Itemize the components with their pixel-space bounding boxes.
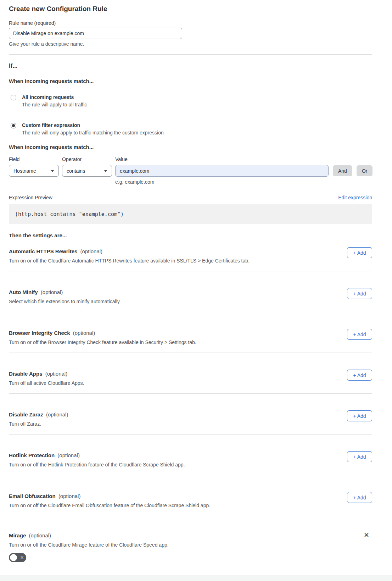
field-select[interactable]: Hostname [9, 165, 59, 177]
add-setting-button[interactable]: + Add [347, 370, 372, 381]
add-setting-button[interactable]: + Add [347, 410, 372, 421]
setting-section-auto-minify: Auto Minify (optional) Select which file… [9, 271, 372, 312]
add-setting-button[interactable]: + Add [347, 288, 372, 299]
operator-select[interactable]: contains [62, 165, 112, 177]
and-button[interactable]: And [333, 165, 352, 176]
filter-match-heading: When incoming requests match... [9, 144, 372, 150]
setting-section-mirage: Mirage (optional) ✕ Turn on or off the C… [9, 516, 372, 562]
setting-title-row: Disable Apps (optional) [9, 371, 372, 377]
filter-expression-row: Field Hostname Operator contains Value A… [9, 156, 372, 177]
add-setting-button[interactable]: + Add [347, 451, 372, 462]
setting-description: Select which file extensions to minify a… [9, 299, 314, 304]
value-label: Value [115, 156, 329, 162]
setting-title-row: Automatic HTTPS Rewrites (optional) [9, 248, 372, 254]
setting-optional-label: (optional) [73, 330, 95, 336]
incoming-requests-match-heading: When incoming requests match... [9, 78, 372, 84]
setting-title-row: Auto Minify (optional) [9, 289, 372, 295]
setting-optional-label: (optional) [58, 493, 81, 499]
setting-description: Turn on or off the Cloudflare Mirage fea… [9, 542, 314, 548]
create-configuration-rule-page: Create new Configuration Rule Rule name … [0, 0, 392, 581]
setting-optional-label: (optional) [80, 248, 103, 254]
chevron-down-icon [51, 170, 54, 172]
radio-option-label: Custom filter expression [22, 122, 164, 128]
rule-name-input[interactable] [9, 28, 182, 39]
bottom-partial-section [0, 575, 392, 581]
rule-name-helper: Give your rule a descriptive name. [9, 41, 372, 47]
setting-optional-label: (optional) [41, 289, 63, 295]
value-column: Value [115, 156, 329, 177]
setting-name: Auto Minify [9, 289, 38, 295]
setting-optional-label: (optional) [45, 371, 68, 377]
setting-description: Turn on or off the Cloudflare Automatic … [9, 258, 314, 264]
setting-section-disable-apps: Disable Apps (optional) Turn off all act… [9, 353, 372, 394]
settings-list: Automatic HTTPS Rewrites (optional) Turn… [9, 238, 372, 516]
setting-optional-label: (optional) [57, 452, 80, 458]
radio-option-text: All incoming requests The rule will appl… [22, 94, 87, 107]
setting-name: Email Obfuscation [9, 493, 56, 499]
setting-name: Disable Apps [9, 371, 42, 377]
radio-unchecked-icon[interactable] [11, 95, 16, 100]
operator-label: Operator [62, 156, 115, 162]
radio-option-text: Custom filter expression The rule will o… [22, 122, 164, 135]
setting-name: Hotlink Protection [9, 452, 55, 458]
operator-column: Operator contains [62, 156, 115, 177]
setting-name: Mirage [9, 532, 26, 538]
setting-description: Turn off Zaraz. [9, 421, 314, 427]
field-column: Field Hostname [9, 156, 62, 177]
expression-preview-box: (http.host contains "example.com") [9, 204, 372, 224]
toggle-knob-icon [10, 554, 17, 561]
page-title: Create new Configuration Rule [9, 5, 372, 13]
add-setting-button[interactable]: + Add [347, 247, 372, 258]
setting-description: Turn on or off the Hotlink Protection fe… [9, 462, 314, 467]
setting-title-row: Disable Zaraz (optional) [9, 411, 372, 417]
radio-option-label: All incoming requests [22, 94, 87, 100]
toggle-off-x-icon: ✕ [20, 555, 24, 560]
setting-title-row: Email Obfuscation (optional) [9, 493, 372, 499]
radio-option-all-incoming-requests[interactable]: All incoming requests The rule will appl… [9, 94, 372, 107]
setting-description: Turn on or off the Browser Integrity Che… [9, 339, 314, 345]
section-divider [9, 54, 372, 55]
setting-section-disable-zaraz: Disable Zaraz (optional) Turn off Zaraz.… [9, 394, 372, 435]
add-setting-button[interactable]: + Add [347, 492, 372, 503]
expression-preview-row: Expression Preview Edit expression [9, 195, 372, 200]
if-heading: If... [9, 62, 372, 70]
expression-preview-label: Expression Preview [9, 195, 52, 200]
field-select-value: Hostname [13, 168, 36, 174]
setting-section-email-obfuscation: Email Obfuscation (optional) Turn on or … [9, 475, 372, 516]
radio-option-custom-filter-expression[interactable]: Custom filter expression The rule will o… [9, 122, 372, 135]
then-settings-heading: Then the settings are... [9, 232, 372, 238]
setting-description: Turn on or off the Cloudflare Email Obfu… [9, 503, 314, 508]
setting-optional-label: (optional) [29, 532, 51, 538]
chevron-down-icon [104, 170, 107, 172]
radio-option-description: The rule will apply to all traffic [22, 102, 87, 107]
setting-title-row: Hotlink Protection (optional) [9, 452, 372, 458]
value-example-helper: e.g. example.com [115, 179, 372, 185]
close-icon[interactable]: ✕ [364, 532, 369, 538]
rule-name-label: Rule name (required) [9, 20, 372, 26]
value-input[interactable] [115, 165, 329, 177]
radio-checked-icon[interactable] [11, 123, 16, 128]
mirage-toggle[interactable]: ✕ [9, 553, 26, 562]
setting-title-row: Mirage (optional) [9, 532, 372, 538]
setting-section-browser-integrity-check: Browser Integrity Check (optional) Turn … [9, 312, 372, 353]
add-setting-button[interactable]: + Add [347, 329, 372, 340]
setting-optional-label: (optional) [46, 411, 68, 417]
setting-section-automatic-https-rewrites: Automatic HTTPS Rewrites (optional) Turn… [9, 238, 372, 271]
expression-code: (http.host contains "example.com") [15, 211, 124, 217]
setting-name: Automatic HTTPS Rewrites [9, 248, 77, 254]
setting-title-row: Browser Integrity Check (optional) [9, 330, 372, 336]
setting-name: Disable Zaraz [9, 411, 43, 417]
operator-select-value: contains [67, 168, 85, 174]
field-label: Field [9, 156, 62, 162]
setting-name: Browser Integrity Check [9, 330, 70, 336]
setting-section-hotlink-protection: Hotlink Protection (optional) Turn on or… [9, 435, 372, 475]
radio-option-description: The rule will only apply to traffic matc… [22, 130, 164, 135]
setting-description: Turn off all active Cloudflare Apps. [9, 380, 314, 386]
edit-expression-link[interactable]: Edit expression [338, 195, 372, 200]
or-button[interactable]: Or [357, 165, 373, 176]
